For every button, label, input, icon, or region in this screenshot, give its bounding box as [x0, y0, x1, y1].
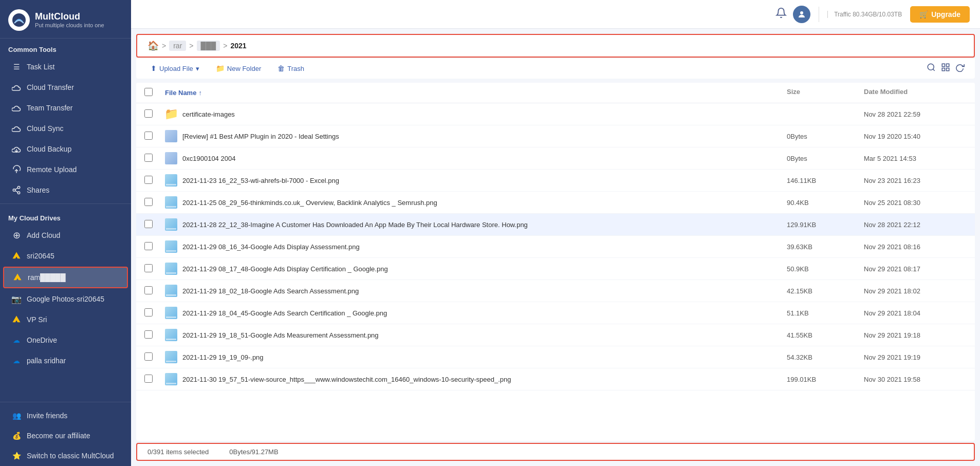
sidebar-item-palla-sridhar[interactable]: ☁ palla sridhar [3, 351, 128, 370]
col-size-header: Size [787, 88, 864, 98]
upgrade-icon: 🛒 [919, 10, 928, 18]
table-row[interactable]: 2021-11-29 08_17_48-Google Ads Display C… [136, 258, 975, 280]
common-tools-heading: Common Tools [0, 39, 131, 57]
sidebar-item-vp-sri[interactable]: VP Sri [3, 310, 128, 329]
table-row[interactable]: 2021-11-29 18_04_45-Google Ads Search Ce… [136, 302, 975, 324]
team-transfer-icon [11, 103, 22, 113]
row-checkbox[interactable] [144, 352, 153, 361]
svg-line-10 [933, 69, 934, 70]
file-date: Nov 29 2021 18:02 [864, 287, 967, 295]
row-checkbox[interactable] [144, 109, 153, 118]
row-checkbox[interactable] [144, 330, 153, 339]
file-name-label: 2021-11-29 19_18_51-Google Ads Measureme… [182, 331, 379, 339]
select-all-checkbox[interactable] [144, 88, 153, 96]
img-icon [165, 285, 177, 297]
new-folder-button[interactable]: 📁 New Folder [212, 62, 265, 74]
row-checkbox[interactable] [144, 308, 153, 316]
table-row[interactable]: 📁 certificate-images Nov 28 2021 22:59 [136, 103, 975, 125]
file-size: 50.9KB [787, 265, 864, 273]
refresh-icon[interactable] [955, 63, 965, 74]
my-cloud-drives-heading: My Cloud Drives [0, 207, 131, 225]
row-checkbox[interactable] [144, 242, 153, 250]
svg-rect-14 [947, 68, 949, 70]
row-checkbox[interactable] [144, 264, 153, 272]
table-row[interactable]: 2021-11-30 19_57_51-view-source_https___… [136, 368, 975, 390]
sidebar: MultCloud Put multiple clouds into one C… [0, 0, 131, 466]
sidebar-item-cloud-transfer[interactable]: Cloud Transfer [3, 78, 128, 97]
invite-friends-icon: 👥 [11, 411, 22, 421]
sidebar-item-label: OneDrive [27, 336, 57, 344]
sidebar-divider [0, 203, 131, 204]
search-icon[interactable] [927, 63, 936, 74]
table-row[interactable]: 0xc1900104 2004 0Bytes Mar 5 2021 14:53 [136, 147, 975, 170]
row-checkbox[interactable] [144, 198, 153, 206]
table-row[interactable]: 2021-11-29 08_16_34-Google Ads Display A… [136, 236, 975, 258]
header-checkbox[interactable] [144, 88, 165, 98]
new-folder-label: New Folder [227, 65, 261, 72]
img-icon [165, 307, 177, 319]
become-affiliate-icon: 💰 [11, 431, 22, 441]
upgrade-button[interactable]: 🛒 Upgrade [910, 6, 970, 23]
breadcrumb-item-2[interactable]: ███ [197, 41, 220, 51]
shares-icon [11, 185, 22, 195]
grid-view-icon[interactable] [941, 63, 950, 74]
sidebar-item-ram-drive[interactable]: ram█████ [3, 267, 128, 288]
sidebar-item-label: Cloud Backup [27, 145, 71, 153]
sidebar-item-cloud-sync[interactable]: Cloud Sync [3, 119, 128, 138]
sidebar-item-team-transfer[interactable]: Team Transfer [3, 98, 128, 118]
ram-drive-icon [12, 272, 23, 283]
app-subtitle: Put multiple clouds into one [35, 22, 104, 29]
table-row[interactable]: 2021-11-29 18_02_18-Google Ads Search As… [136, 280, 975, 302]
sidebar-item-sri20645[interactable]: sri20645 [3, 246, 128, 266]
row-checkbox[interactable] [144, 132, 153, 140]
table-row[interactable]: [Review] #1 Best AMP Plugin in 2020 - Id… [136, 125, 975, 147]
sort-icon[interactable]: ↑ [198, 89, 202, 97]
file-name-cell: 2021-11-28 22_12_38-Imagine A Customer H… [165, 218, 787, 231]
sidebar-item-cloud-backup[interactable]: Cloud Backup [3, 139, 128, 159]
logo-text: MultCloud Put multiple clouds into one [35, 11, 104, 29]
row-checkbox[interactable] [144, 220, 153, 228]
row-checkbox[interactable] [144, 286, 153, 294]
file-name-label: 2021-11-29 18_02_18-Google Ads Search As… [182, 287, 359, 295]
sidebar-bottom: 👥 Invite friends 💰 Become our affiliate … [0, 402, 131, 466]
sidebar-item-label: Team Transfer [27, 104, 72, 112]
file-date: Nov 25 2021 08:30 [864, 199, 967, 207]
table-row[interactable]: 2021-11-29 19_19_09-.png 54.32KB Nov 29 … [136, 346, 975, 368]
folder-icon: 📁 [165, 108, 177, 120]
topbar: Traffic 80.34GB/10.03TB 🛒 Upgrade [131, 0, 980, 29]
sidebar-item-task-list[interactable]: ☰ Task List [3, 57, 128, 77]
sidebar-item-label: Invite friends [27, 412, 67, 420]
table-row[interactable]: 2021-11-28 22_12_38-Imagine A Customer H… [136, 214, 975, 236]
palla-sridhar-icon: ☁ [11, 356, 22, 366]
new-folder-icon: 📁 [216, 64, 225, 72]
table-row[interactable]: 2021-11-29 19_18_51-Google Ads Measureme… [136, 324, 975, 346]
table-row[interactable]: 2021-11-23 16_22_53-wti-ahrefs-bl-7000 -… [136, 170, 975, 192]
sidebar-item-shares[interactable]: Shares [3, 180, 128, 200]
sidebar-item-label: Shares [27, 186, 49, 194]
sidebar-item-become-affiliate[interactable]: 💰 Become our affiliate [3, 426, 128, 445]
row-checkbox[interactable] [144, 176, 153, 184]
sidebar-item-invite-friends[interactable]: 👥 Invite friends [3, 406, 128, 425]
file-name-label: 2021-11-29 18_04_45-Google Ads Search Ce… [182, 309, 387, 317]
img-icon [165, 240, 177, 253]
sidebar-item-google-photos[interactable]: 📷 Google Photos-sri20645 [3, 289, 128, 309]
svg-point-5 [17, 192, 20, 194]
user-avatar[interactable] [793, 6, 810, 23]
file-date: Nov 29 2021 08:16 [864, 243, 967, 251]
row-checkbox[interactable] [144, 154, 153, 162]
trash-button[interactable]: 🗑 Trash [273, 62, 308, 74]
sidebar-item-add-cloud[interactable]: ⊕ Add Cloud [3, 226, 128, 245]
sidebar-item-onedrive[interactable]: ☁ OneDrive [3, 330, 128, 350]
topbar-divider [819, 7, 819, 22]
file-name-cell: 📁 certificate-images [165, 108, 787, 120]
col-name-header: File Name ↑ [165, 88, 787, 98]
breadcrumb: 🏠 > rar > ███ > 2021 [136, 34, 975, 58]
table-row[interactable]: 2021-11-25 08_29_56-thinkminds.co.uk_ Ov… [136, 192, 975, 214]
upload-file-button[interactable]: ⬆ Upload File ▾ [146, 62, 204, 74]
sidebar-item-switch-classic[interactable]: ⭐ Switch to classic MultCloud [3, 446, 128, 465]
sidebar-item-remote-upload[interactable]: Remote Upload [3, 160, 128, 179]
row-checkbox[interactable] [144, 375, 153, 383]
breadcrumb-item-rar[interactable]: rar [169, 41, 186, 51]
home-icon[interactable]: 🏠 [147, 40, 159, 51]
notification-icon[interactable] [775, 7, 787, 21]
